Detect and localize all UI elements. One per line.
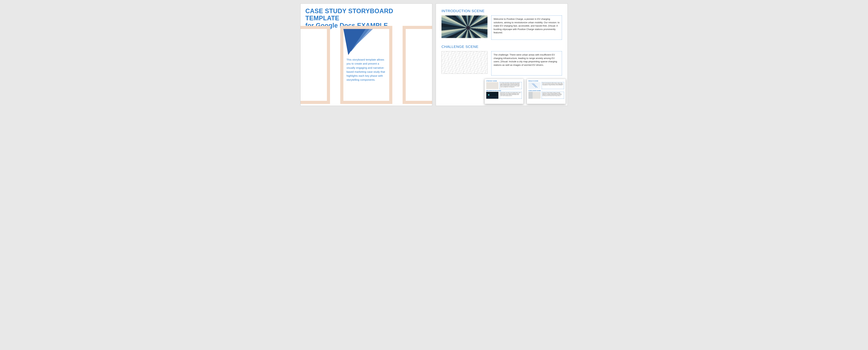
cover-frame-right	[403, 26, 432, 104]
thumb-title: RESULTS SCENE	[528, 81, 564, 82]
thumb-desc: Our strategy: We decided to deploy high-…	[499, 82, 522, 89]
cover-intro-text: This storyboard template allows you to c…	[346, 58, 386, 82]
thumb-title: CONCLUSION SCENE	[528, 90, 564, 91]
scene-challenge: CHALLENGE SCENE The challenge: There wer…	[441, 44, 562, 75]
page-1-cover: CASE STUDY STORYBOARD TEMPLATE for Googl…	[300, 3, 432, 106]
scene-row: Welcome to Positive Charge, a pioneer in…	[441, 15, 562, 40]
scene-image-tunnel	[441, 15, 488, 38]
thumb-desc: Implementation: We rolled out new chargi…	[499, 92, 522, 99]
cover-frames-row: This storyboard template allows you to c…	[300, 26, 432, 104]
document-title: CASE STUDY STORYBOARD TEMPLATE for Googl…	[301, 4, 432, 29]
thumb-desc: Results: We experienced a 50% increase i…	[541, 82, 564, 89]
thumb-scene-implementation: IMPLEMENTATION SCENE Implementation: We …	[486, 90, 522, 99]
page-2-scenes: INTRODUCTION SCENE Welcome to Positive C…	[436, 3, 568, 106]
thumb-image-chart	[528, 82, 540, 89]
thumb-scene-strategy: STRATEGY SCENE Our strategy: We decided …	[486, 81, 522, 89]
svg-marker-2	[343, 29, 366, 55]
thumbnail-overlay-group: STRATEGY SCENE Our strategy: We decided …	[485, 79, 566, 104]
scene-introduction: INTRODUCTION SCENE Welcome to Positive C…	[441, 9, 562, 40]
scene-row: The challenge: There were urban areas wi…	[441, 51, 562, 75]
thumb-scene-results: RESULTS SCENE Results: We experienced a …	[528, 81, 564, 89]
thumb-title: IMPLEMENTATION SCENE	[486, 90, 522, 91]
thumb-image-car	[486, 92, 498, 99]
scene-title: CHALLENGE SCENE	[441, 44, 562, 49]
cover-frame-center: This storyboard template allows you to c…	[340, 26, 392, 104]
thumb-desc: Conclusion: Positive Charge's strategy s…	[541, 92, 564, 99]
thumb-title: STRATEGY SCENE	[486, 81, 522, 82]
thumb-scene-conclusion: CONCLUSION SCENE Conclusion: Positive Ch…	[528, 90, 564, 99]
scene-description: Welcome to Positive Charge, a pioneer in…	[491, 15, 562, 40]
scene-title: INTRODUCTION SCENE	[441, 9, 562, 13]
scene-description: The challenge: There were urban areas wi…	[491, 51, 562, 75]
thumb-image-team	[486, 82, 498, 89]
title-line-1: CASE STUDY STORYBOARD TEMPLATE	[305, 7, 393, 22]
scene-image-map	[441, 51, 488, 74]
cover-frame-left	[300, 26, 330, 104]
thumbnail-page-3: STRATEGY SCENE Our strategy: We decided …	[485, 79, 524, 104]
thumbnail-page-4: RESULTS SCENE Results: We experienced a …	[527, 79, 566, 104]
triangle-graphic-icon	[343, 29, 373, 55]
thumb-image-person	[528, 92, 540, 99]
